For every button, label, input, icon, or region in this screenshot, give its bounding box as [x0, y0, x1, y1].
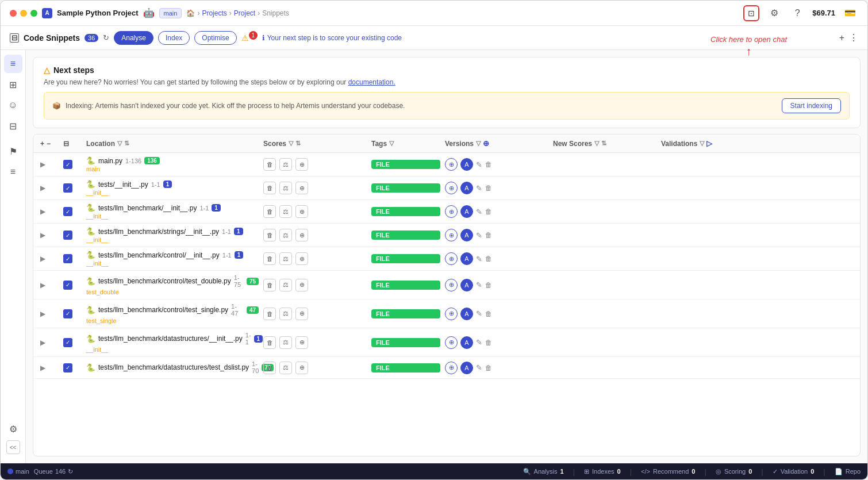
breadcrumb-project[interactable]: Project [234, 9, 255, 17]
version-label-btn[interactable]: A [460, 308, 473, 320]
scores-filter-icon[interactable]: ▽ [289, 140, 293, 147]
row-expand-arrow[interactable]: ▶ [40, 231, 59, 239]
breadcrumb-projects[interactable]: Projects [202, 9, 226, 17]
scores-sort-icon[interactable]: ⇅ [295, 140, 301, 147]
version-delete-icon[interactable]: 🗑 [485, 160, 492, 168]
score-delete-icon[interactable]: 🗑 [263, 229, 276, 241]
branch-badge[interactable]: main [159, 8, 182, 18]
version-add-btn[interactable]: ⊕ [445, 336, 458, 349]
play-icon[interactable]: ▷ [706, 139, 712, 148]
score-compare-icon[interactable]: ⚖ [279, 279, 292, 291]
docs-link[interactable]: documentation. [348, 78, 395, 86]
score-compare-icon[interactable]: ⚖ [279, 252, 292, 265]
score-delete-icon[interactable]: 🗑 [263, 182, 276, 194]
version-delete-icon[interactable]: 🗑 [485, 364, 492, 372]
version-delete-icon[interactable]: 🗑 [485, 255, 492, 263]
status-repo[interactable]: 📄 Repo [835, 468, 861, 475]
score-delete-icon[interactable]: 🗑 [263, 279, 276, 291]
row-checkbox[interactable]: ✓ [63, 231, 72, 240]
version-edit-icon[interactable]: ✎ [476, 208, 482, 216]
score-add-icon[interactable]: ⊕ [295, 229, 308, 241]
tab-analyse[interactable]: Analyse [114, 31, 153, 45]
score-compare-icon[interactable]: ⚖ [279, 158, 292, 171]
row-checkbox[interactable]: ✓ [63, 338, 72, 347]
minus-col-icon[interactable]: − [47, 140, 51, 148]
sidebar-item-users[interactable]: ☺ [4, 96, 22, 114]
score-add-icon[interactable]: ⊕ [295, 205, 308, 218]
maximize-button[interactable] [30, 10, 37, 17]
home-icon[interactable]: 🏠 [186, 9, 195, 17]
close-button[interactable] [10, 10, 17, 17]
version-label-btn[interactable]: A [460, 158, 473, 171]
filter-col-icon[interactable]: ⊟ [63, 140, 69, 148]
score-add-icon[interactable]: ⊕ [295, 252, 308, 265]
score-delete-icon[interactable]: 🗑 [263, 362, 276, 374]
status-analysis[interactable]: 🔍 Analysis 1 [523, 468, 564, 475]
add-icon[interactable]: + [839, 33, 844, 43]
version-label-btn[interactable]: A [460, 279, 473, 291]
score-add-icon[interactable]: ⊕ [295, 308, 308, 320]
score-delete-icon[interactable]: 🗑 [263, 158, 276, 171]
location-sort-icon[interactable]: ⇅ [124, 140, 129, 147]
status-validation[interactable]: ✓ Validation 0 [773, 468, 815, 475]
version-add-btn[interactable]: ⊕ [445, 182, 458, 194]
new-scores-sort-icon[interactable]: ⇅ [601, 140, 606, 147]
version-delete-icon[interactable]: 🗑 [485, 231, 492, 239]
help-icon[interactable]: ? [789, 5, 805, 21]
billing-icon[interactable]: 💳 [842, 5, 858, 21]
score-delete-icon[interactable]: 🗑 [263, 308, 276, 320]
version-label-btn[interactable]: A [460, 182, 473, 194]
start-indexing-button[interactable]: Start indexing [782, 98, 841, 113]
row-expand-arrow[interactable]: ▶ [40, 339, 59, 347]
row-checkbox[interactable]: ✓ [63, 160, 72, 169]
sidebar-expand-button[interactable]: << [6, 440, 20, 454]
row-checkbox[interactable]: ✓ [63, 281, 72, 290]
version-delete-icon[interactable]: 🗑 [485, 339, 492, 347]
refresh-icon[interactable]: ↻ [103, 33, 109, 42]
score-add-icon[interactable]: ⊕ [295, 158, 308, 171]
sidebar-item-snippets[interactable]: ≡ [4, 55, 22, 73]
score-add-icon[interactable]: ⊕ [295, 182, 308, 194]
row-checkbox[interactable]: ✓ [63, 183, 72, 193]
location-filter-icon[interactable]: ▽ [117, 140, 122, 147]
version-edit-icon[interactable]: ✎ [476, 184, 482, 193]
score-compare-icon[interactable]: ⚖ [279, 308, 292, 320]
more-icon[interactable]: ⋮ [849, 32, 858, 43]
version-add-btn[interactable]: ⊕ [445, 205, 458, 218]
version-edit-icon[interactable]: ✎ [476, 255, 482, 263]
sidebar-item-grid[interactable]: ⊞ [4, 75, 22, 94]
row-expand-arrow[interactable]: ▶ [40, 364, 59, 372]
status-recommend[interactable]: </> Recommend 0 [641, 468, 695, 475]
version-edit-icon[interactable]: ✎ [476, 231, 482, 240]
versions-filter-icon[interactable]: ▽ [476, 140, 481, 147]
version-edit-icon[interactable]: ✎ [476, 309, 482, 318]
add-col-icon[interactable]: + [40, 140, 44, 148]
version-add-btn[interactable]: ⊕ [445, 362, 458, 374]
version-label-btn[interactable]: A [460, 229, 473, 241]
version-label-btn[interactable]: A [460, 336, 473, 349]
version-edit-icon[interactable]: ✎ [476, 338, 482, 347]
sidebar-item-table[interactable]: ⊟ [4, 117, 22, 135]
version-delete-icon[interactable]: 🗑 [485, 310, 492, 318]
sidebar-settings[interactable]: ⚙ [4, 420, 22, 438]
version-add-btn[interactable]: ⊕ [445, 158, 458, 171]
validations-filter-icon[interactable]: ▽ [700, 140, 704, 147]
row-checkbox[interactable]: ✓ [63, 254, 72, 263]
score-delete-icon[interactable]: 🗑 [263, 252, 276, 265]
score-delete-icon[interactable]: 🗑 [263, 205, 276, 218]
version-label-btn[interactable]: A [460, 205, 473, 218]
version-delete-icon[interactable]: 🗑 [485, 184, 492, 192]
version-delete-icon[interactable]: 🗑 [485, 281, 492, 289]
score-add-icon[interactable]: ⊕ [295, 279, 308, 291]
version-add-btn[interactable]: ⊕ [445, 279, 458, 291]
score-compare-icon[interactable]: ⚖ [279, 362, 292, 374]
row-expand-arrow[interactable]: ▶ [40, 310, 59, 318]
tags-filter-icon[interactable]: ▽ [389, 140, 394, 147]
version-edit-icon[interactable]: ✎ [476, 363, 482, 372]
version-edit-icon[interactable]: ✎ [476, 281, 482, 289]
version-add-btn[interactable]: ⊕ [445, 308, 458, 320]
score-add-icon[interactable]: ⊕ [295, 362, 308, 374]
version-label-btn[interactable]: A [460, 362, 473, 374]
row-expand-arrow[interactable]: ▶ [40, 160, 59, 168]
row-checkbox[interactable]: ✓ [63, 207, 72, 216]
